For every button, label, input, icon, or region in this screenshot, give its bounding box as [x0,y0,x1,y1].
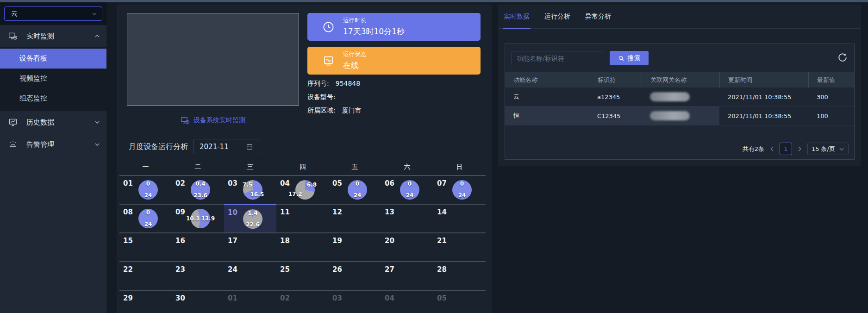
divider [117,129,492,129]
page-size-select[interactable]: 15 条/页 [807,143,849,155]
pie-value-label: 24 [144,221,152,227]
calendar-day-cell[interactable]: 26 [329,262,381,290]
sidebar-subitem-设备看板[interactable]: 设备看板 [0,49,106,69]
chevron-down-icon [92,11,97,17]
day-usage-pie: 10.113.9 [191,209,210,228]
info-line: 序列号:954848 [307,80,362,88]
calendar-day-cell[interactable]: 27 [381,262,433,290]
monitor-clock-icon [8,31,19,41]
day-number: 26 [332,265,342,274]
day-number: 24 [228,265,237,274]
clock-icon [322,21,335,33]
calendar-day-cell[interactable]: 07024 [433,176,486,204]
tab-运行分析[interactable]: 运行分析 [544,5,570,28]
table-row[interactable]: 云a123452021/11/01 10:38:55300 [505,88,854,106]
day-number: 09 [175,208,185,216]
calendar-week-row: 22232425262728 [119,261,486,290]
sidebar-item-历史数据[interactable]: 历史数据 [0,111,106,133]
calendar-day-cell[interactable]: 05024 [329,176,381,204]
sidebar-item-label: 实时监测 [26,32,54,41]
pie-value-label: 0 [146,181,150,187]
day-number: 04 [280,179,290,188]
calendar-day-cell[interactable]: 046.817.2 [276,176,329,204]
sidebar-subitem-视频监控[interactable]: 视频监控 [0,69,106,88]
calendar-day-cell[interactable]: 01024 [119,176,172,204]
day-number: 12 [332,208,342,216]
calendar-day-cell[interactable]: 18 [276,233,329,261]
calendar-day-cell[interactable]: 03 [329,291,381,313]
calendar-day-cell[interactable]: 24 [224,262,276,290]
calendar-day-cell[interactable]: 11 [276,205,329,232]
info-label: 设备型号: [307,93,336,101]
calendar-day-cell[interactable]: 13 [381,205,433,232]
day-usage-pie: 1.422.6 [243,209,262,229]
prev-page-icon[interactable] [769,146,775,152]
calendar-day-cell[interactable]: 05 [433,291,486,313]
calendar-day-cell[interactable]: 23 [172,262,224,290]
pie-value-label: 16.5 [250,191,264,198]
stat-text: 运行状态在线 [343,50,366,71]
table-column-header: 标识符 [589,72,642,88]
calendar-day-cell[interactable]: 15 [119,233,172,261]
calendar-day-cell[interactable]: 101.422.6 [224,204,276,232]
day-number: 14 [437,208,447,216]
refresh-icon[interactable] [837,52,848,63]
calendar-day-cell[interactable]: 02 [276,291,329,313]
tab-实时数据[interactable]: 实时数据 [504,5,530,28]
sidebar-item-实时监测[interactable]: 实时监测 [0,25,106,47]
search-input[interactable] [512,51,603,65]
calendar-day-cell[interactable]: 29 [119,291,172,313]
search-button[interactable]: 搜索 [610,51,649,65]
calendar-day-cell[interactable]: 06024 [381,176,433,204]
calendar-day-cell[interactable]: 01 [224,291,276,313]
sidebar-header: 云 [0,2,106,25]
stat-text: 运行时长17天3时10分1秒 [343,17,405,37]
calendar-day-cell[interactable]: 14 [433,205,486,232]
table-row[interactable]: 恒C123452021/11/01 10:38:55100 [505,106,854,125]
total-count: 共有2条 [743,145,764,153]
info-label: 所属区域: [307,106,336,115]
calendar-day-cell[interactable]: 08024 [119,205,172,232]
table-cell [642,88,719,106]
right-tabs: 实时数据运行分析异常分析 [498,5,861,29]
calendar-day-cell[interactable]: 037.516.5 [224,176,276,204]
day-number: 08 [123,208,133,216]
day-number: 21 [437,237,447,245]
calendar-day-cell[interactable]: 22 [119,262,172,290]
calendar-day-cell[interactable]: 28 [433,262,486,290]
day-number: 16 [175,237,185,245]
day-number: 01 [228,294,237,302]
current-page-button[interactable]: 1 [780,143,792,155]
info-value: 954848 [336,80,360,88]
browser-edge-strip [0,0,868,2]
calendar-day-cell[interactable]: 21 [433,233,486,261]
search-icon [618,55,624,62]
monitor-wave-icon [322,55,335,67]
device-system-monitor-link[interactable]: 设备系统实时监测 [127,116,299,125]
calendar-day-cell[interactable]: 16 [172,233,224,261]
monitor-chart-icon [8,118,19,127]
stat-value: 17天3时10分1秒 [343,26,405,37]
device-info: 序列号:954848设备型号:所属区域:厦门市 [307,80,362,120]
gateway-name-redacted [650,92,690,101]
pie-value-label: 24 [354,192,362,199]
calendar-day-cell[interactable]: 04 [381,291,433,313]
device-select[interactable]: 云 [4,6,102,21]
calendar-day-cell[interactable]: 19 [329,233,381,261]
tab-异常分析[interactable]: 异常分析 [585,5,611,28]
calendar-day-cell[interactable]: 30 [172,291,224,313]
calendar-day-cell[interactable]: 12 [329,205,381,232]
next-page-icon[interactable] [797,146,803,152]
calendar-day-cell[interactable]: 25 [276,262,329,290]
sidebar-item-告警管理[interactable]: 告警管理 [0,133,106,156]
day-number: 18 [280,237,290,245]
calendar-day-cell[interactable]: 020.423.6 [172,176,224,204]
day-number: 01 [123,179,133,188]
calendar-day-cell[interactable]: 0910.113.9 [172,205,224,232]
calendar-day-cell[interactable]: 20 [381,233,433,261]
calendar-week-row: 15161718192021 [119,232,486,261]
month-picker[interactable]: 2021-11 [194,139,259,154]
calendar-day-cell[interactable]: 17 [224,233,276,261]
sidebar-menu: 实时监测设备看板视频监控组态监控历史数据告警管理 [0,25,106,156]
sidebar-subitem-组态监控[interactable]: 组态监控 [0,88,106,108]
